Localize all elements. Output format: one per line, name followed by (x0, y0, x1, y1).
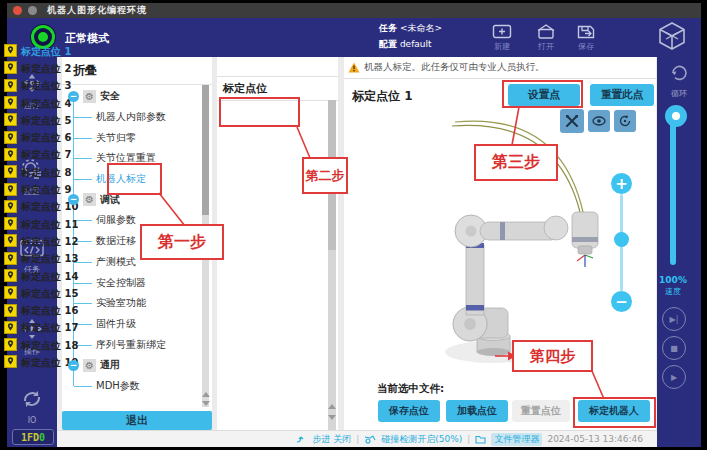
point-pin-icon (2, 234, 21, 249)
point-item[interactable]: 标定点位 13 (2, 251, 110, 268)
point-pin-icon (2, 286, 21, 301)
gear-icon: ⚙ (83, 193, 96, 206)
status-divider: | (467, 434, 470, 444)
speed-slider-handle[interactable] (665, 105, 687, 127)
status-badge: 1FD0 (12, 429, 54, 445)
calibration-detail-panel: 机器人标定。此任务仅可由专业人员执行。 标定点位 1 设置点 重置此点 (344, 57, 656, 430)
save-points-button[interactable]: 保存点位 (378, 400, 440, 422)
new-task-button[interactable]: 新建 (485, 23, 519, 52)
point-item-label: 标定点位 12 (21, 235, 78, 249)
step-mode-status[interactable]: 步进 关闭 (312, 433, 351, 446)
stop-button[interactable]: ■ (662, 336, 686, 360)
task-value: <未命名> (400, 23, 442, 33)
point-pin-icon (2, 61, 21, 76)
collapse-icon[interactable]: − (68, 360, 79, 371)
detail-title: 标定点位 1 (352, 88, 413, 105)
point-item[interactable]: 标定点位 15 (2, 285, 110, 302)
play-button[interactable]: ▶ (662, 365, 686, 389)
collision-detect-status[interactable]: 碰撞检测开启(50%) (381, 433, 462, 446)
app-header: 正常模式 任务 <未命名> 配置 default 新建 打开 保存 (7, 18, 701, 57)
zoom-slider-handle[interactable] (614, 232, 629, 247)
step-forward-button[interactable]: ▶| (662, 307, 686, 331)
file-manager-button[interactable]: 文件管理器 (491, 433, 542, 446)
status-bar: 步进 关闭 | 碰撞检测开启(50%) | 文件管理器 2024-05-13 1… (57, 430, 657, 447)
point-pin-icon (2, 338, 21, 353)
new-task-label: 新建 (494, 42, 510, 51)
point-item[interactable]: 标定点位 8 (2, 164, 110, 181)
status-divider: | (356, 434, 359, 444)
tree-scroll-down-icon[interactable] (202, 401, 210, 406)
point-item[interactable]: 标定点位 5 (2, 112, 110, 129)
reset-this-point-button[interactable]: 重置此点 (590, 84, 654, 106)
tree-scrollbar-thumb[interactable] (202, 85, 209, 215)
minimize-window-icon[interactable] (28, 6, 37, 15)
point-item[interactable]: 标定点位 11 (2, 216, 110, 233)
point-pin-icon (2, 165, 21, 180)
point-item[interactable]: 标定点位 7 (2, 147, 110, 164)
open-file-icon (536, 23, 556, 40)
task-label: 任务 (379, 23, 397, 33)
gear-icon: ⚙ (83, 90, 96, 103)
gear-icon: ⚙ (83, 359, 96, 372)
point-item-label: 标定点位 16 (21, 304, 78, 318)
open-task-button[interactable]: 打开 (529, 23, 563, 52)
annotation-step1: 第一步 (140, 224, 224, 260)
point-item-label: 标定点位 1 (21, 45, 71, 59)
point-item[interactable]: 标定点位 2 (2, 60, 110, 77)
loop-button[interactable]: 循环 (657, 63, 701, 99)
point-pin-icon (2, 217, 21, 232)
tree-item[interactable]: MDH参数 (64, 376, 200, 397)
annotation-step3: 第三步 (474, 144, 558, 181)
speed-slider-track[interactable] (670, 115, 676, 265)
point-pin-icon (2, 183, 21, 198)
point-item[interactable]: 标定点位 12 (2, 233, 110, 250)
point-item[interactable]: 标定点位 14 (2, 268, 110, 285)
point-pin-icon (2, 79, 21, 94)
file-manager-icon (475, 434, 486, 444)
warning-icon (348, 62, 360, 73)
points-top-strip (217, 57, 338, 77)
load-points-button[interactable]: 加载点位 (446, 400, 508, 422)
save-file-icon (576, 23, 596, 40)
zoom-in-button[interactable]: + (611, 173, 632, 194)
point-item[interactable]: 标定点位 6 (2, 129, 110, 146)
save-task-button[interactable]: 保存 (569, 23, 603, 52)
window-title: 机器人图形化编程环境 (47, 4, 147, 17)
right-sidebar: 循环 100% 速度 ▶| ■ ▶ (657, 57, 701, 447)
new-file-icon (492, 23, 512, 40)
annotation-step2: 第二步 (302, 157, 348, 194)
point-item-label: 标定点位 9 (21, 183, 71, 197)
point-item-label: 标定点位 13 (21, 252, 78, 266)
point-item-label: 标定点位 8 (21, 166, 71, 180)
point-pin-icon (2, 200, 21, 215)
tree-scroll-up-icon[interactable] (202, 392, 210, 397)
point-pin-icon (2, 355, 21, 370)
sidebar-item-io[interactable]: IO (7, 388, 57, 425)
point-item[interactable]: 标定点位 16 (2, 302, 110, 319)
io-icon (21, 395, 43, 414)
annotation-box-set-point (502, 80, 583, 108)
points-scroll-up-icon[interactable] (328, 404, 336, 409)
collapse-icon[interactable]: − (68, 91, 79, 102)
reset-points-button: 重置点位 (512, 400, 570, 422)
point-item[interactable]: 标定点位 18 (2, 337, 110, 354)
point-item-label: 标定点位 3 (21, 79, 71, 93)
point-item-label: 标定点位 15 (21, 287, 78, 301)
badge-right: 0 (39, 432, 45, 443)
point-pin-icon (2, 131, 21, 146)
warning-bar: 机器人标定。此任务仅可由专业人员执行。 (344, 57, 656, 79)
exit-button[interactable]: 退出 (62, 411, 212, 430)
annotation-box-point-1 (219, 97, 300, 127)
point-pin-icon (2, 252, 21, 267)
points-scroll-down-icon[interactable] (328, 415, 336, 420)
step-mode-icon (296, 434, 307, 444)
point-item-label: 标定点位 14 (21, 270, 78, 284)
badge-left: 1FD (21, 432, 39, 443)
zoom-out-button[interactable]: − (611, 291, 632, 312)
point-item-label: 标定点位 17 (21, 321, 78, 335)
point-item[interactable]: 标定点位 1 (2, 43, 110, 60)
loop-icon (668, 63, 690, 83)
warning-text: 机器人标定。此任务仅可由专业人员执行。 (364, 61, 545, 74)
point-item[interactable]: 标定点位 17 (2, 320, 110, 337)
close-window-icon[interactable] (13, 6, 22, 15)
